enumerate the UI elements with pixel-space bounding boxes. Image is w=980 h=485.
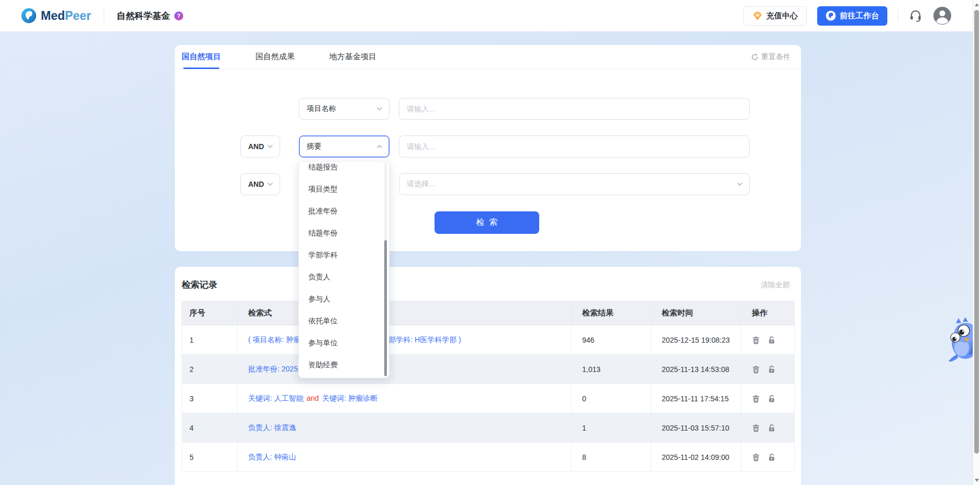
dropdown-option-approval-year[interactable]: 批准年份 xyxy=(299,200,389,222)
go-workspace-button[interactable]: 前往工作台 xyxy=(817,6,887,26)
delete-icon[interactable] xyxy=(752,394,760,403)
scrollbar-thumb[interactable] xyxy=(974,10,979,454)
col-header-time: 检索时间 xyxy=(651,301,741,325)
workspace-logo-icon xyxy=(826,10,836,21)
row-results: 1 xyxy=(572,413,651,443)
query-operator: and xyxy=(307,394,319,402)
table-row: 2 批准年份: 2025 1,013 2025-11-13 14:53:08 xyxy=(182,355,795,384)
value-select-row3-placeholder: 请选择... xyxy=(407,179,737,189)
recharge-center-button[interactable]: M 充值中心 xyxy=(743,6,807,26)
customer-service-button[interactable] xyxy=(909,9,922,22)
gem-icon: M xyxy=(752,10,763,21)
row-results: 0 xyxy=(572,384,651,413)
row-index: 3 xyxy=(182,384,238,413)
medpeer-logo[interactable]: MedPeer xyxy=(21,8,91,24)
row-index: 2 xyxy=(182,355,238,384)
operator-select-row3[interactable]: AND xyxy=(240,173,280,195)
window-scrollbar[interactable] xyxy=(973,0,980,485)
field-select-row1-value: 项目名称 xyxy=(307,104,376,114)
top-header: MedPeer 自然科学基金 ? M 充值中心 xyxy=(0,0,980,31)
dropdown-scrollbar-thumb[interactable] xyxy=(384,240,387,376)
dropdown-option-principal-investigator[interactable]: 负责人 xyxy=(299,266,389,288)
dropdown-option-completion-year[interactable]: 结题年份 xyxy=(299,222,389,244)
query-link[interactable]: 关键词: 肿瘤诊断 xyxy=(322,394,377,402)
lock-icon[interactable] xyxy=(767,453,776,461)
lock-icon[interactable] xyxy=(767,336,776,344)
dropdown-option-funding-amount[interactable]: 资助经费 xyxy=(299,354,389,376)
tab-nsfc-projects[interactable]: 国自然项目 xyxy=(182,45,221,69)
query-link[interactable]: 关键词: 人工智能 xyxy=(248,394,304,402)
search-button[interactable]: 检索 xyxy=(435,211,539,234)
records-table: 序号 检索式 检索结果 检索时间 操作 1 ( 项目名称: 肿瘤部学科: H医学… xyxy=(182,301,795,472)
chevron-down-icon xyxy=(737,181,743,187)
table-row: 5 负责人: 钟南山 8 2025-11-02 14:09:00 xyxy=(182,443,795,472)
lock-icon[interactable] xyxy=(767,394,776,403)
lock-icon[interactable] xyxy=(767,424,776,432)
operator-select-row2[interactable]: AND xyxy=(240,136,280,157)
row-results: 946 xyxy=(572,325,651,355)
row-results: 1,013 xyxy=(572,355,651,384)
search-panel: 国自然项目 国自然成果 地方基金项目 重置条件 项目名称 AND 摘要 xyxy=(175,45,801,251)
query-link[interactable]: ( 项目名称: 肿瘤 xyxy=(248,335,300,344)
query-input-row2[interactable] xyxy=(399,136,750,157)
scrollbar-up-arrow-icon[interactable] xyxy=(975,3,979,6)
col-header-query: 检索式 xyxy=(238,301,572,325)
reset-icon xyxy=(751,53,759,61)
dropdown-option-host-institution[interactable]: 依托单位 xyxy=(299,310,389,332)
table-row: 3 关键词: 人工智能and关键词: 肿瘤诊断 0 2025-11-11 17:… xyxy=(182,384,795,413)
delete-icon[interactable] xyxy=(752,453,760,461)
col-header-actions: 操作 xyxy=(741,301,795,325)
logo-text-med: Med xyxy=(41,9,65,22)
operator-select-row2-value: AND xyxy=(248,142,267,151)
tab-nsfc-results[interactable]: 国自然成果 xyxy=(255,45,295,69)
bird-icon xyxy=(948,316,976,368)
chevron-down-icon xyxy=(267,181,273,187)
reset-conditions-button[interactable]: 重置条件 xyxy=(751,45,790,69)
lock-icon[interactable] xyxy=(767,365,776,374)
field-select-row2-value: 摘要 xyxy=(307,142,376,151)
delete-icon[interactable] xyxy=(752,365,760,374)
delete-icon[interactable] xyxy=(752,424,760,432)
user-avatar[interactable] xyxy=(933,6,952,25)
row-time: 2025-11-13 14:53:08 xyxy=(651,355,741,384)
header-divider xyxy=(104,9,104,22)
tab-local-fund-projects[interactable]: 地方基金项目 xyxy=(329,45,376,69)
query-link[interactable]: 负责人: 钟南山 xyxy=(248,453,296,461)
field-select-row1[interactable]: 项目名称 xyxy=(299,98,389,120)
dropdown-option-department-discipline[interactable]: 学部学科 xyxy=(299,244,389,266)
query-input-row1[interactable] xyxy=(399,98,750,120)
row-time: 2025-11-11 17:54:15 xyxy=(651,384,741,413)
row-results: 8 xyxy=(572,443,651,472)
table-header-row: 序号 检索式 检索结果 检索时间 操作 xyxy=(182,301,795,325)
delete-icon[interactable] xyxy=(752,336,760,344)
headset-icon xyxy=(909,9,922,22)
row-index: 1 xyxy=(182,325,238,355)
help-icon[interactable]: ? xyxy=(174,12,183,20)
table-row: 1 ( 项目名称: 肿瘤部学科: H医学科学部 ) 946 2025-12-15… xyxy=(182,325,795,355)
search-records-panel: 检索记录 清除全部 序号 检索式 检索结果 检索时间 操作 1 ( 项目名称: … xyxy=(175,267,801,485)
chevron-down-icon xyxy=(267,143,273,150)
reset-conditions-label: 重置条件 xyxy=(761,52,790,62)
dropdown-option-participant[interactable]: 参与人 xyxy=(299,288,389,310)
query-link[interactable]: 部学科: H医学科学部 ) xyxy=(388,335,461,344)
dropdown-option-project-type[interactable]: 项目类型 xyxy=(299,178,389,200)
field-select-row2-open[interactable]: 摘要 xyxy=(299,136,389,157)
go-workspace-label: 前往工作台 xyxy=(840,11,879,21)
avatar-icon xyxy=(933,6,952,25)
page-title: 自然科学基金 xyxy=(117,10,170,22)
chevron-up-icon xyxy=(376,143,383,150)
dropdown-option-participating-institution[interactable]: 参与单位 xyxy=(299,332,389,354)
scrollbar-down-arrow-icon[interactable] xyxy=(975,479,979,482)
row-index: 4 xyxy=(182,413,238,443)
search-tabs: 国自然项目 国自然成果 地方基金项目 重置条件 xyxy=(175,45,801,69)
query-link[interactable]: 负责人: 徐震逸 xyxy=(248,423,296,432)
dropdown-option-completion-report[interactable]: 结题报告 xyxy=(299,161,389,178)
value-select-row3[interactable]: 请选择... xyxy=(399,173,750,195)
mascot-bird-widget[interactable] xyxy=(948,316,976,368)
clear-all-button[interactable]: 清除全部 xyxy=(761,280,790,290)
query-link[interactable]: 批准年份: 2025 xyxy=(248,365,298,373)
table-row: 4 负责人: 徐震逸 1 2025-11-03 15:57:10 xyxy=(182,413,795,443)
svg-text:M: M xyxy=(756,13,760,18)
col-header-index: 序号 xyxy=(182,301,238,325)
col-header-results: 检索结果 xyxy=(572,301,651,325)
